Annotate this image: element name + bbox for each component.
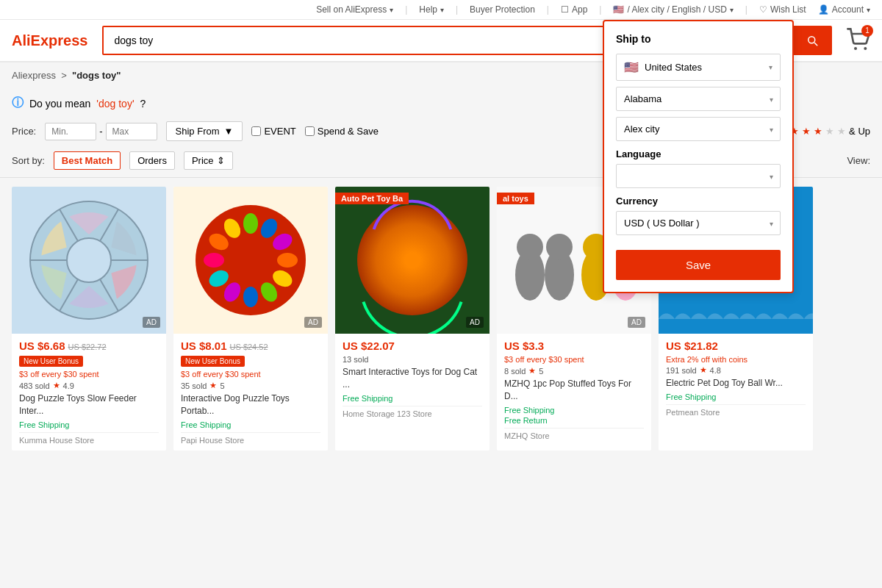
help-arrow-icon: ▾ (440, 6, 444, 14)
product-image: AD (12, 187, 166, 334)
shipping-text: Free Shipping (181, 420, 320, 429)
rating-value: 4.9 (63, 381, 74, 390)
store-name[interactable]: Kumma House Store (19, 432, 159, 445)
product-info: US $21.82Extra 2% off with coins191 sold… (659, 334, 813, 423)
star-icon: ★ (700, 365, 707, 375)
cart-icon[interactable]: 1 (847, 28, 870, 54)
sold-rating: 483 sold★4.9 (19, 381, 159, 390)
event-checkbox[interactable] (251, 126, 261, 136)
ad-badge: AD (466, 317, 484, 328)
sold-rating: 191 sold★4.8 (666, 365, 806, 375)
star-icon-2: ★ (802, 126, 811, 137)
wishlist-link[interactable]: ♡ Wish List (759, 4, 806, 15)
stars-filter[interactable]: ★ ★ ★ ★ ★ & Up (790, 126, 870, 137)
country-selector[interactable]: 🇺🇸 United States ▾ (616, 54, 781, 81)
sold-count: 191 sold (666, 366, 697, 375)
product-price: US $8.01US $24.52 (181, 340, 320, 352)
free-return-text: Free Return (504, 416, 644, 425)
ship-from-button[interactable]: Ship From ▼ (166, 121, 243, 141)
info-icon: ⓘ (12, 96, 24, 111)
sort-best-match[interactable]: Best Match (54, 151, 121, 170)
help-menu[interactable]: Help ▾ (419, 4, 444, 15)
city-selector[interactable]: Alex city ▾ (616, 117, 781, 141)
cart-badge: 1 (861, 25, 873, 37)
sold-count: 8 sold (504, 367, 526, 376)
currency-selector[interactable]: USD ( US Dollar ) ▾ (616, 211, 781, 235)
suggestion-link[interactable]: 'dog toy' (96, 98, 134, 110)
locale-selector[interactable]: 🇺🇸 / Alex city / English / USD ▾ (613, 4, 733, 15)
sort-price[interactable]: Price ⇕ (184, 151, 233, 170)
product-image: AD (173, 187, 328, 334)
shipping-text: Free Shipping (343, 394, 482, 403)
app-link[interactable]: ☐ App (561, 4, 587, 15)
stars-up-label: & Up (849, 126, 870, 137)
star-icon-5: ★ (837, 126, 846, 137)
product-title: MZHQ 1pc Pop Stuffed Toys For D... (504, 378, 644, 403)
original-price: US $24.52 (230, 343, 268, 351)
price-label: Price: (12, 126, 36, 137)
shipping-text: Free Shipping (666, 392, 806, 401)
sold-count: 483 sold (19, 381, 50, 390)
product-title: Smart Interactive Toys for Dog Cat ... (343, 366, 482, 391)
account-menu[interactable]: 👤 Account ▾ (818, 4, 870, 15)
product-card[interactable]: ADUS $6.68US $22.72New User Bonus$3 off … (12, 187, 166, 451)
price-range: - (45, 123, 157, 140)
product-info: US $6.68US $22.72New User Bonus$3 off ev… (12, 334, 166, 451)
extra-promo: Extra 2% off with coins (666, 355, 806, 364)
product-image: ADAuto Pet Toy Ba (335, 187, 490, 334)
city-select[interactable]: Alex city (616, 117, 781, 141)
view-label: View: (847, 155, 870, 166)
product-price: US $6.68US $22.72 (19, 340, 159, 352)
currency-label: Currency (616, 196, 781, 207)
store-name[interactable]: Papi House Store (181, 432, 320, 445)
store-name[interactable]: Home Storage 123 Store (343, 406, 482, 418)
original-price: US $22.72 (68, 343, 107, 351)
product-card[interactable]: ADUS $8.01US $24.52New User Bonus$3 off … (173, 187, 328, 451)
sold-rating: 8 sold★5 (504, 366, 644, 376)
ad-badge: AD (628, 317, 645, 328)
breadcrumb-root[interactable]: Aliexpress (12, 70, 56, 81)
sold-rating: 35 sold★5 (181, 381, 320, 390)
header: AliExpress 1 Ship to 🇺🇸 United States ▾ … (0, 20, 882, 62)
product-price: US $21.82 (666, 340, 806, 352)
sold-count: 13 sold (343, 355, 368, 364)
us-flag-icon: 🇺🇸 (624, 60, 639, 74)
logo: AliExpress (12, 32, 87, 49)
star-icon-4: ★ (825, 126, 834, 137)
store-name[interactable]: MZHQ Store (504, 428, 644, 440)
event-filter[interactable]: EVENT (251, 126, 295, 137)
sell-on-aliexpress[interactable]: Sell on AliExpress ▾ (316, 4, 393, 15)
sold-count: 35 sold (181, 381, 207, 390)
search-icon (806, 34, 819, 47)
product-title: Interactive Dog Puzzle Toys Portab... (181, 392, 320, 417)
price-sort-arrow-icon: ⇕ (217, 155, 225, 166)
ad-badge: AD (143, 317, 160, 328)
new-user-badge: New User Bonus (181, 356, 245, 367)
country-value: United States (645, 62, 702, 73)
buyer-protection[interactable]: Buyer Protection (470, 4, 535, 15)
price-max-input[interactable] (106, 123, 157, 140)
sold-rating: 13 sold (343, 355, 482, 364)
locale-arrow-icon: ▾ (730, 6, 734, 14)
svg-point-1 (864, 47, 867, 50)
price-min-input[interactable] (45, 123, 96, 140)
state-selector[interactable]: Alabama ▾ (616, 87, 781, 111)
spend-save-checkbox[interactable] (305, 126, 315, 136)
product-card[interactable]: ADAuto Pet Toy BaUS $22.0713 soldSmart I… (335, 187, 490, 451)
store-name[interactable]: Petmean Store (666, 404, 806, 417)
currency-select[interactable]: USD ( US Dollar ) (616, 211, 781, 235)
language-label: Language (616, 148, 781, 159)
language-selector[interactable]: ▾ (616, 164, 781, 188)
sort-orders[interactable]: Orders (129, 151, 175, 170)
state-select[interactable]: Alabama (616, 87, 781, 111)
search-button[interactable] (794, 27, 831, 54)
star-icon: ★ (53, 381, 60, 390)
ship-from-arrow-icon: ▼ (224, 126, 234, 137)
top-nav: Sell on AliExpress ▾ | Help ▾ | Buyer Pr… (0, 0, 882, 20)
save-button[interactable]: Save (616, 250, 781, 280)
language-select[interactable] (616, 164, 781, 188)
spend-save-filter[interactable]: Spend & Save (305, 126, 379, 137)
new-user-badge: New User Bonus (19, 356, 83, 367)
svg-point-0 (854, 47, 857, 50)
product-info: US $8.01US $24.52New User Bonus$3 off ev… (173, 334, 328, 451)
